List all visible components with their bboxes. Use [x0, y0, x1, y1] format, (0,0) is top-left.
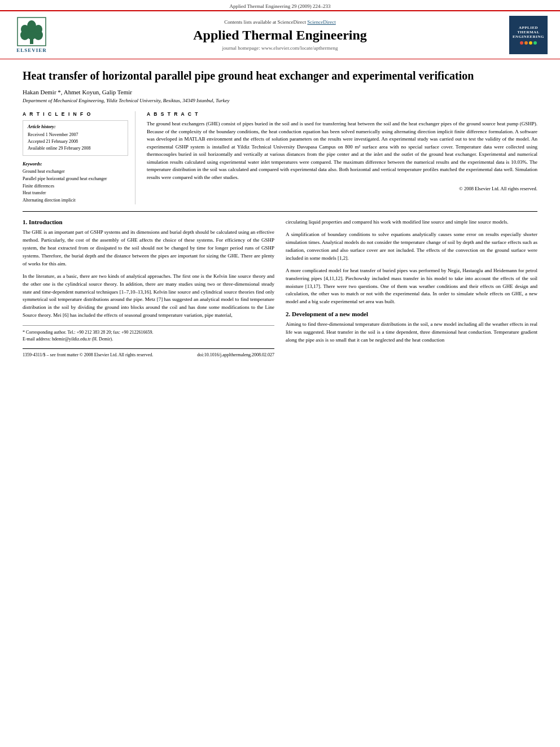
- section2-title: 2. Development of a new model: [286, 311, 537, 317]
- main-content: Heat transfer of horizontal parallel pip…: [0, 59, 560, 369]
- keyword-5: Alternating direction implicit: [23, 197, 128, 204]
- article-title: Heat transfer of horizontal parallel pip…: [23, 68, 537, 83]
- header-center: Contents lists available at ScienceDirec…: [60, 16, 500, 54]
- ate-line3: ENGINEERING: [513, 34, 544, 39]
- keyword-2: Parallel pipe horizontal ground heat exc…: [23, 176, 128, 183]
- article-info-box: Article history: Received 1 November 200…: [23, 120, 128, 156]
- available-line: Available online 29 February 2008: [28, 145, 123, 152]
- journal-ref-text: Applied Thermal Engineering 29 (2009) 22…: [229, 3, 330, 9]
- received-line: Received 1 November 2007: [28, 132, 123, 138]
- section1-title-text: Introduction: [29, 219, 63, 225]
- section1-right-para3: A more complicated model for heat transf…: [286, 267, 537, 307]
- ate-badge-area: APPLIED THERMAL ENGINEERING: [506, 16, 551, 54]
- body-columns: 1. Introduction The GHE is an important …: [23, 219, 537, 357]
- header-area: ELSEVIER Contents lists available at Sci…: [0, 10, 560, 59]
- section-divider: [23, 211, 537, 212]
- body-left-col: 1. Introduction The GHE is an important …: [23, 219, 274, 357]
- keyword-3: Finite differences: [23, 183, 128, 190]
- ate-dot-1: [520, 41, 523, 45]
- section1-para2: In the literature, as a basic, there are…: [23, 273, 274, 320]
- abstract-text: The ground heat exchangers (GHE) consist…: [147, 120, 537, 181]
- elsevier-label: ELSEVIER: [16, 47, 47, 53]
- doi-line: doi:10.1016/j.applthermaleng.2008.02.027: [197, 352, 274, 357]
- journal-homepage: journal homepage: www.elsevier.com/locat…: [222, 45, 338, 51]
- contents-line: Contents lists available at ScienceDirec…: [224, 19, 336, 25]
- bottom-bar: 1359-4311/$ – see front matter © 2008 El…: [23, 348, 274, 357]
- authors: Hakan Demir *, Ahmet Koyun, Galip Temir: [23, 89, 537, 95]
- ate-dot-4: [533, 41, 537, 45]
- elsevier-logo-area: ELSEVIER: [9, 16, 54, 54]
- sciencedirect-link[interactable]: ScienceDirect: [307, 19, 335, 25]
- history-label: Article history:: [28, 124, 123, 129]
- ate-line1: APPLIED: [519, 25, 538, 30]
- section1-right-para1: circulating liquid properties and compar…: [286, 219, 537, 226]
- ate-dot-3: [529, 41, 532, 45]
- elsevier-tree-icon: [17, 17, 46, 46]
- section2-num: 2.: [286, 311, 290, 317]
- article-info-abstract-row: A R T I C L E I N F O Article history: R…: [23, 111, 537, 204]
- svg-point-5: [21, 25, 29, 34]
- article-info-header: A R T I C L E I N F O: [23, 111, 128, 117]
- abstract-header: A B S T R A C T: [147, 111, 537, 117]
- elsevier-logo: ELSEVIER: [16, 17, 47, 53]
- svg-point-6: [34, 25, 42, 34]
- ate-badge: APPLIED THERMAL ENGINEERING: [509, 16, 548, 54]
- issn-line: 1359-4311/$ – see front matter © 2008 El…: [23, 352, 153, 357]
- copyright-line: © 2008 Elsevier Ltd. All rights reserved…: [147, 186, 537, 191]
- abstract-col: A B S T R A C T The ground heat exchange…: [147, 111, 537, 204]
- section1-para1: The GHE is an important part of GSHP sys…: [23, 229, 274, 268]
- keyword-4: Heat transfer: [23, 190, 128, 197]
- ate-dot-2: [524, 41, 528, 45]
- authors-text: Hakan Demir *, Ahmet Koyun, Galip Temir: [23, 89, 132, 95]
- section1-right-para2: A simplification of boundary conditions …: [286, 231, 537, 263]
- footnote-area: * Corresponding author. Tel.: +90 212 38…: [23, 325, 274, 343]
- journal-ref-line: Applied Thermal Engineering 29 (2009) 22…: [0, 0, 560, 10]
- keywords-label: Keywords:: [23, 161, 128, 167]
- ate-line2: THERMAL: [517, 30, 540, 34]
- journal-title: Applied Thermal Engineering: [193, 27, 367, 43]
- article-info-col: A R T I C L E I N F O Article history: R…: [23, 111, 135, 204]
- section2-para: Aiming to find three-dimensional tempera…: [286, 321, 537, 344]
- accepted-line: Accepted 21 February 2008: [28, 138, 123, 145]
- section1-num: 1.: [23, 219, 27, 225]
- body-right-col: circulating liquid properties and compar…: [286, 219, 537, 357]
- affiliation: Department of Mechanical Engineering, Yi…: [23, 98, 537, 103]
- keyword-1: Ground heat exchanger: [23, 168, 128, 176]
- section2-title-text: Development of a new model: [292, 311, 368, 317]
- footnote-email: E-mail address: hdemir@yildiz.edu.tr (H.…: [23, 336, 274, 343]
- ate-dots: [520, 41, 537, 45]
- page-wrapper: Applied Thermal Engineering 29 (2009) 22…: [0, 0, 560, 369]
- footnote-star: * Corresponding author. Tel.: +90 212 38…: [23, 329, 274, 336]
- section1-title: 1. Introduction: [23, 219, 274, 225]
- keywords-box: Keywords: Ground heat exchanger Parallel…: [23, 161, 128, 204]
